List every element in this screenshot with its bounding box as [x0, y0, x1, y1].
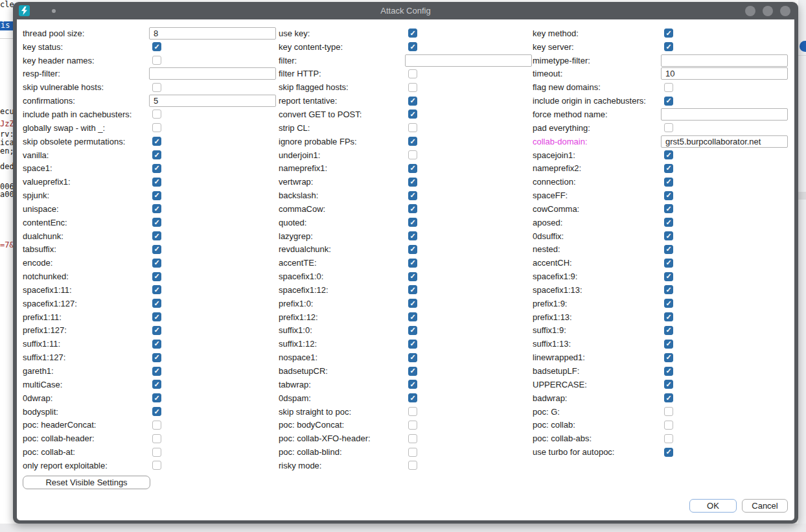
checkbox-poc-collab-header[interactable]: [152, 434, 161, 443]
checkbox-use-turbo-for-autopoc[interactable]: ✓: [664, 448, 673, 457]
checkbox-badwrap[interactable]: ✓: [664, 393, 673, 402]
checkbox-tabsuffix[interactable]: ✓: [152, 245, 161, 254]
checkbox-lazygrep[interactable]: ✓: [408, 231, 417, 240]
checkbox-poc-collab-blind[interactable]: [408, 448, 417, 457]
checkbox-uppercase[interactable]: ✓: [664, 380, 673, 389]
checkbox-poc-g[interactable]: [664, 407, 673, 416]
checkbox-suffix1-127[interactable]: ✓: [152, 353, 161, 362]
checkbox-key-method[interactable]: ✓: [664, 29, 673, 38]
checkbox-globally-swap-with[interactable]: [152, 123, 161, 132]
checkbox-0dspam[interactable]: ✓: [408, 393, 417, 402]
checkbox-revdualchunk[interactable]: ✓: [408, 245, 417, 254]
checkbox-0dsuffix[interactable]: ✓: [664, 231, 673, 240]
input-confirmations[interactable]: [149, 95, 276, 107]
checkbox-prefix1-9[interactable]: ✓: [664, 299, 673, 308]
checkbox-prefix1-0[interactable]: ✓: [408, 299, 417, 308]
ok-button[interactable]: OK: [689, 499, 737, 513]
checkbox-badsetupcr[interactable]: ✓: [408, 367, 417, 376]
checkbox-commacow[interactable]: ✓: [408, 204, 417, 213]
checkbox-include-path-in-cachebusters[interactable]: [152, 110, 161, 119]
checkbox-convert-get-to-post[interactable]: ✓: [408, 110, 417, 119]
checkbox-tabwrap[interactable]: ✓: [408, 380, 417, 389]
checkbox-spjunk[interactable]: ✓: [152, 191, 161, 200]
checkbox-spacefix1-9[interactable]: ✓: [664, 272, 673, 281]
checkbox-linewrapped1[interactable]: ✓: [664, 353, 673, 362]
input-filter[interactable]: [405, 54, 532, 67]
checkbox-spacejoin1[interactable]: ✓: [664, 150, 673, 159]
checkbox-spacefix1-0[interactable]: ✓: [408, 272, 417, 281]
checkbox-skip-flagged-hosts[interactable]: [408, 83, 417, 92]
checkbox-badsetuplf[interactable]: ✓: [664, 367, 673, 376]
checkbox-nameprefix2[interactable]: ✓: [664, 164, 673, 173]
input-mimetype-filter[interactable]: [661, 54, 788, 67]
checkbox-poc-bodyconcat[interactable]: [408, 421, 417, 430]
checkbox-key-header-names[interactable]: [152, 56, 161, 65]
checkbox-vanilla[interactable]: ✓: [152, 150, 161, 159]
checkbox-skip-obsolete-permutations[interactable]: ✓: [152, 137, 161, 146]
checkbox-suffix1-0[interactable]: ✓: [408, 326, 417, 335]
checkbox-spacefix1-13[interactable]: ✓: [664, 285, 673, 294]
input-timeout[interactable]: [661, 67, 788, 80]
checkbox-spacefix1-11[interactable]: ✓: [152, 285, 161, 294]
checkbox-use-key[interactable]: ✓: [408, 29, 417, 38]
checkbox-unispace[interactable]: ✓: [152, 204, 161, 213]
checkbox-space1[interactable]: ✓: [152, 164, 161, 173]
checkbox-vertwrap[interactable]: ✓: [408, 178, 417, 187]
checkbox-poc-collab-xfo-header[interactable]: [408, 434, 417, 443]
checkbox-suffix1-9[interactable]: ✓: [664, 326, 673, 335]
checkbox-nested[interactable]: ✓: [664, 245, 673, 254]
cancel-button[interactable]: Cancel: [742, 499, 788, 513]
checkbox-key-server[interactable]: ✓: [664, 42, 673, 51]
checkbox-poc-collab-at[interactable]: [152, 448, 161, 457]
checkbox-0dwrap[interactable]: ✓: [152, 393, 161, 402]
checkbox-gareth1[interactable]: ✓: [152, 367, 161, 376]
input-resp-filter[interactable]: [149, 67, 276, 80]
checkbox-multicase[interactable]: ✓: [152, 380, 161, 389]
checkbox-flag-new-domains[interactable]: [664, 83, 673, 92]
input-collab-domain[interactable]: [661, 135, 788, 148]
checkbox-suffix1-11[interactable]: ✓: [152, 340, 161, 349]
close-button[interactable]: [780, 6, 790, 16]
checkbox-ignore-probable-fps[interactable]: ✓: [408, 137, 417, 146]
checkbox-prefix1-127[interactable]: ✓: [152, 326, 161, 335]
checkbox-valueprefix1[interactable]: ✓: [152, 178, 161, 187]
checkbox-pad-everything[interactable]: [664, 123, 673, 132]
checkbox-spaceff[interactable]: ✓: [664, 191, 673, 200]
checkbox-nameprefix1[interactable]: ✓: [408, 164, 417, 173]
checkbox-underjoin1[interactable]: [408, 150, 417, 159]
checkbox-encode[interactable]: ✓: [152, 259, 161, 268]
checkbox-strip-cl[interactable]: [408, 123, 417, 132]
input-thread-pool-size[interactable]: [149, 27, 276, 40]
checkbox-bodysplit[interactable]: ✓: [152, 407, 161, 416]
checkbox-prefix1-12[interactable]: ✓: [408, 312, 417, 321]
checkbox-risky-mode[interactable]: [408, 461, 417, 470]
checkbox-report-tentative[interactable]: ✓: [408, 97, 417, 106]
checkbox-quoted[interactable]: ✓: [408, 218, 417, 227]
checkbox-key-content-type[interactable]: ✓: [408, 42, 417, 51]
checkbox-cowcomma[interactable]: ✓: [664, 204, 673, 213]
checkbox-suffix1-12[interactable]: ✓: [408, 340, 417, 349]
checkbox-filter-http[interactable]: [408, 69, 417, 78]
checkbox-backslash[interactable]: ✓: [408, 191, 417, 200]
checkbox-skip-vulnerable-hosts[interactable]: [152, 83, 161, 92]
dialog-titlebar[interactable]: Attack Config: [13, 2, 798, 19]
checkbox-prefix1-11[interactable]: ✓: [152, 312, 161, 321]
checkbox-poc-collab-abs[interactable]: [664, 434, 673, 443]
checkbox-suffix1-13[interactable]: ✓: [664, 340, 673, 349]
checkbox-connection[interactable]: ✓: [664, 178, 673, 187]
checkbox-poc-collab[interactable]: [664, 421, 673, 430]
checkbox-only-report-exploitable[interactable]: [152, 461, 161, 470]
input-force-method-name[interactable]: [661, 108, 788, 121]
checkbox-include-origin-in-cachebusters[interactable]: ✓: [664, 97, 673, 106]
checkbox-nospace1[interactable]: ✓: [408, 353, 417, 362]
minimize-button[interactable]: [745, 6, 755, 16]
checkbox-spacefix1-127[interactable]: ✓: [152, 299, 161, 308]
checkbox-key-status[interactable]: ✓: [152, 42, 161, 51]
checkbox-skip-straight-to-poc[interactable]: [408, 407, 417, 416]
checkbox-spacefix1-12[interactable]: ✓: [408, 285, 417, 294]
checkbox-aposed[interactable]: ✓: [664, 218, 673, 227]
checkbox-poc-headerconcat[interactable]: [152, 421, 161, 430]
checkbox-accentte[interactable]: ✓: [408, 259, 417, 268]
checkbox-accentch[interactable]: ✓: [664, 259, 673, 268]
checkbox-prefix1-13[interactable]: ✓: [664, 312, 673, 321]
